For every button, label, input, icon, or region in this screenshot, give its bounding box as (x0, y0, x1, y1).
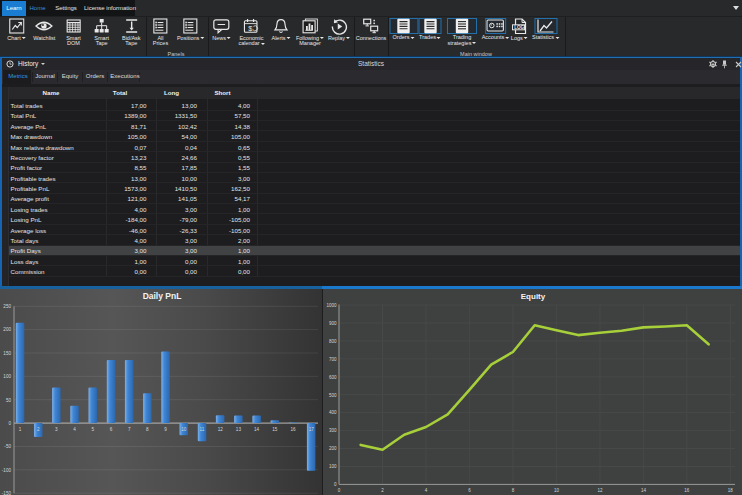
svg-text:12: 12 (597, 488, 603, 493)
svg-text:300: 300 (329, 428, 337, 433)
svg-text:700: 700 (329, 357, 337, 362)
svg-text:50: 50 (6, 398, 12, 403)
svg-text:600: 600 (329, 375, 337, 380)
svg-text:8: 8 (512, 488, 515, 493)
svg-text:12: 12 (218, 427, 224, 432)
svg-text:13: 13 (236, 427, 242, 432)
svg-text:18: 18 (728, 488, 734, 493)
svg-text:-50: -50 (4, 444, 11, 449)
svg-text:200: 200 (3, 327, 11, 332)
svg-text:Equity: Equity (521, 292, 546, 301)
svg-text:Daily PnL: Daily PnL (143, 291, 182, 301)
svg-text:500: 500 (329, 393, 337, 398)
svg-text:100: 100 (3, 374, 11, 379)
svg-text:16: 16 (684, 488, 690, 493)
svg-text:200: 200 (329, 446, 337, 451)
svg-text:1000: 1000 (326, 303, 337, 308)
svg-text:-100: -100 (2, 468, 12, 473)
svg-text:6: 6 (110, 427, 113, 432)
svg-text:0: 0 (334, 482, 337, 487)
svg-text:14: 14 (254, 427, 260, 432)
svg-text:-150: -150 (2, 491, 12, 495)
svg-text:LOG: LOG (514, 24, 524, 29)
svg-text:$: $ (248, 24, 253, 33)
svg-text:17: 17 (309, 427, 315, 432)
svg-text:0: 0 (338, 488, 341, 493)
svg-text:10: 10 (554, 488, 560, 493)
svg-text:100: 100 (329, 464, 337, 469)
svg-text:4: 4 (73, 427, 76, 432)
svg-text:2: 2 (381, 488, 384, 493)
svg-text:250: 250 (3, 304, 11, 309)
svg-text:800: 800 (329, 339, 337, 344)
svg-text:2: 2 (37, 427, 40, 432)
svg-text:4: 4 (425, 488, 428, 493)
svg-text:10: 10 (181, 427, 187, 432)
svg-text:150: 150 (3, 351, 11, 356)
svg-text:3: 3 (55, 427, 58, 432)
svg-text:14: 14 (641, 488, 647, 493)
svg-text:11: 11 (200, 427, 205, 432)
svg-text:1: 1 (19, 427, 22, 432)
svg-text:400: 400 (329, 410, 337, 415)
svg-text:9: 9 (164, 427, 167, 432)
svg-text:900: 900 (329, 321, 337, 326)
svg-text:16: 16 (290, 427, 296, 432)
svg-text:7: 7 (128, 427, 131, 432)
svg-text:8: 8 (146, 427, 149, 432)
svg-text:0: 0 (8, 421, 11, 426)
svg-text:6: 6 (468, 488, 471, 493)
svg-text:15: 15 (272, 427, 278, 432)
svg-text:5: 5 (92, 427, 95, 432)
